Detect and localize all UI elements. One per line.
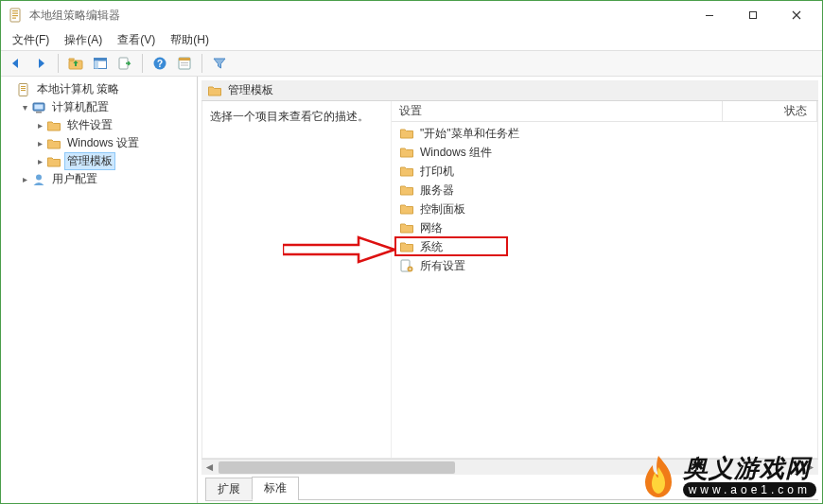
list-headers: 设置 状态 <box>392 101 817 122</box>
window-title: 本地组策略编辑器 <box>29 8 688 24</box>
folder-icon <box>399 201 414 217</box>
menu-help[interactable]: 帮助(H) <box>163 30 217 50</box>
menu-file[interactable]: 文件(F) <box>5 30 57 50</box>
list-item[interactable]: 打印机 <box>392 162 817 181</box>
policy-doc-icon <box>16 82 31 97</box>
expand-icon[interactable]: ▸ <box>18 174 31 184</box>
list-item-label: 服务器 <box>420 182 454 199</box>
bottom-tabs: 扩展 标准 <box>201 477 818 499</box>
toolbar-separator <box>142 54 143 73</box>
list-item[interactable]: Windows 组件 <box>392 143 817 162</box>
menubar: 文件(F) 操作(A) 查看(V) 帮助(H) <box>1 29 822 50</box>
menu-view[interactable]: 查看(V) <box>110 30 163 50</box>
svg-rect-20 <box>21 88 26 89</box>
expand-icon[interactable]: ▸ <box>33 120 46 130</box>
svg-rect-3 <box>12 15 18 16</box>
titlebar: 本地组策略编辑器 <box>1 1 822 29</box>
tree-user-config[interactable]: ▸ 用户配置 <box>18 170 197 188</box>
app-window: 本地组策略编辑器 文件(F) 操作(A) 查看(V) 帮助(H) <box>0 0 823 504</box>
app-icon <box>9 8 24 23</box>
scroll-thumb[interactable] <box>219 461 455 474</box>
list-item-label: 所有设置 <box>420 258 465 274</box>
tree-windows-settings[interactable]: ▸ Windows 设置 <box>33 134 197 152</box>
toolbar: ? <box>1 50 822 77</box>
nav-back-button[interactable] <box>5 53 27 74</box>
scroll-right-icon[interactable]: ► <box>802 460 818 476</box>
svg-rect-16 <box>181 62 188 63</box>
tree-label: 用户配置 <box>50 171 99 187</box>
list-item[interactable]: "开始"菜单和任务栏 <box>392 124 817 143</box>
tab-extended[interactable]: 扩展 <box>205 478 253 501</box>
toolbar-separator <box>201 54 202 73</box>
svg-rect-23 <box>35 104 44 109</box>
help-button[interactable]: ? <box>149 53 171 74</box>
tree-pane[interactable]: 本地计算机 策略 ▾ <box>1 77 198 503</box>
tree-label: 计算机配置 <box>50 99 111 115</box>
tree-software-settings[interactable]: ▸ 软件设置 <box>33 116 197 134</box>
svg-text:?: ? <box>157 59 163 69</box>
detail-header-title: 管理模板 <box>228 82 273 98</box>
svg-rect-2 <box>12 13 18 14</box>
svg-rect-24 <box>36 112 42 113</box>
expand-icon[interactable]: ▸ <box>33 156 46 166</box>
user-icon <box>31 172 46 187</box>
collapse-icon[interactable]: ▾ <box>18 102 31 113</box>
maximize-button[interactable] <box>731 1 775 29</box>
description-text: 选择一个项目来查看它的描述。 <box>210 110 369 123</box>
list-item[interactable]: 网络 <box>392 218 817 237</box>
list-item-label: Windows 组件 <box>420 145 492 161</box>
folder-icon <box>399 182 414 198</box>
tree-root[interactable]: 本地计算机 策略 <box>3 80 197 98</box>
list-item-label: 打印机 <box>420 164 454 180</box>
svg-point-28 <box>410 269 412 270</box>
export-list-button[interactable] <box>114 53 136 74</box>
properties-button[interactable] <box>173 53 196 74</box>
tree-label: 管理模板 <box>65 153 114 169</box>
list-item[interactable]: 服务器 <box>392 181 817 200</box>
toolbar-separator <box>58 54 59 73</box>
column-header-name[interactable]: 设置 <box>392 101 723 121</box>
folder-icon <box>46 118 61 133</box>
folder-icon <box>46 136 61 151</box>
tree-admin-templates[interactable]: ▸ 管理模板 <box>33 152 197 170</box>
list-item-all-settings[interactable]: 所有设置 <box>392 256 817 275</box>
up-level-button[interactable] <box>64 53 87 74</box>
folder-icon <box>399 145 414 160</box>
svg-rect-15 <box>179 58 190 61</box>
svg-rect-19 <box>21 86 26 87</box>
tree-computer-config[interactable]: ▾ 计算机配置 <box>18 98 197 116</box>
svg-rect-6 <box>750 12 757 19</box>
tree-label: Windows 设置 <box>65 135 141 151</box>
minimize-button[interactable] <box>688 1 731 29</box>
horizontal-scrollbar[interactable]: ◄ ► <box>201 459 818 475</box>
tree-label: 软件设置 <box>65 117 114 133</box>
list-item-system[interactable]: 系统 <box>392 237 817 256</box>
detail-pane: 管理模板 选择一个项目来查看它的描述。 设置 状态 "开始"菜单和任务栏 <box>198 77 822 503</box>
scroll-left-icon[interactable]: ◄ <box>201 460 218 476</box>
nav-forward-button[interactable] <box>29 53 52 74</box>
list-items[interactable]: "开始"菜单和任务栏 Windows 组件 打印机 服务器 <box>392 122 817 458</box>
tab-standard[interactable]: 标准 <box>252 477 299 500</box>
folder-icon <box>399 126 414 141</box>
window-buttons <box>688 1 818 29</box>
filter-button[interactable] <box>208 53 231 74</box>
tabstrip-line <box>298 499 818 500</box>
svg-rect-9 <box>95 59 107 61</box>
folder-icon <box>399 220 414 235</box>
close-button[interactable] <box>775 1 818 29</box>
menu-action[interactable]: 操作(A) <box>57 30 110 50</box>
computer-icon <box>31 100 46 115</box>
column-header-state[interactable]: 状态 <box>723 101 817 121</box>
list-item-label: "开始"菜单和任务栏 <box>420 126 519 142</box>
list-column: 设置 状态 "开始"菜单和任务栏 Windows 组件 <box>392 101 817 458</box>
folder-icon <box>207 83 222 98</box>
svg-rect-4 <box>12 18 16 19</box>
svg-rect-21 <box>21 90 26 91</box>
detail-body: 选择一个项目来查看它的描述。 设置 状态 "开始"菜单和任务栏 <box>201 101 818 459</box>
folder-icon <box>399 239 414 254</box>
expand-icon[interactable]: ▸ <box>33 138 46 148</box>
show-hide-tree-button[interactable] <box>89 53 112 74</box>
detail-header: 管理模板 <box>201 80 818 101</box>
svg-rect-10 <box>95 61 99 69</box>
list-item[interactable]: 控制面板 <box>392 200 817 218</box>
